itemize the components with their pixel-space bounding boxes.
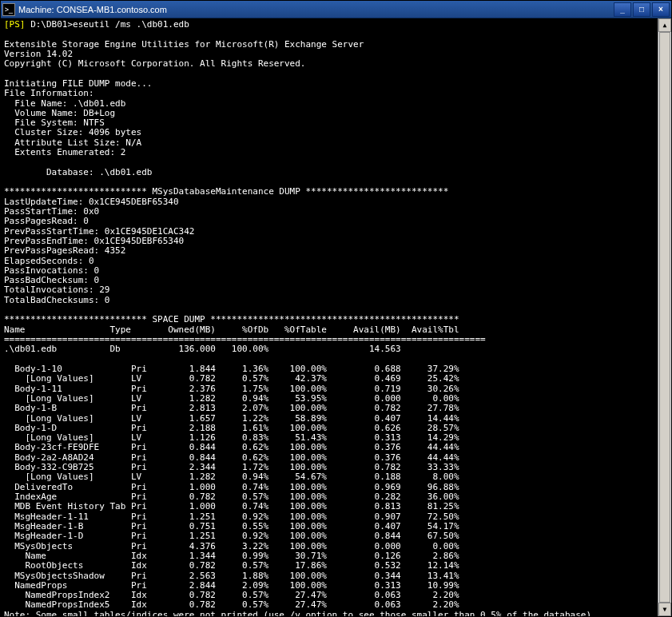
scroll-thumb[interactable] [659,32,670,603]
terminal-area[interactable]: [PS] D:\DB01>eseutil /ms .\db01.edb Exte… [1,18,671,616]
terminal-icon: >_ [2,3,15,16]
window-title: Machine: CONSEA-MB1.contoso.com [18,5,167,14]
close-button[interactable]: × [652,2,670,17]
window-titlebar: >_ Machine: CONSEA-MB1.contoso.com _ □ × [1,1,671,18]
terminal-output: [PS] D:\DB01>eseutil /ms .\db01.edb Exte… [1,18,671,616]
scroll-up-button[interactable]: ▲ [658,18,671,32]
maximize-button[interactable]: □ [633,2,650,17]
minimize-button[interactable]: _ [614,2,631,17]
scrollbar-vertical[interactable]: ▲ ▼ [658,18,671,616]
scroll-down-button[interactable]: ▼ [658,603,671,616]
scroll-track[interactable] [658,32,671,603]
window-buttons: _ □ × [614,2,670,17]
